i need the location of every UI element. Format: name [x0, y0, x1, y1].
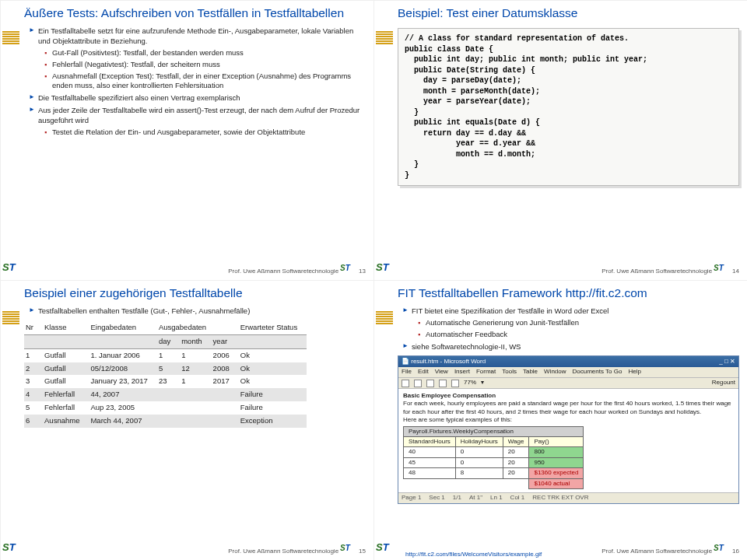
decoration-stripes: [376, 310, 393, 325]
slide-3: Beispiel einer zugehörigen Testfalltabel…: [0, 280, 374, 560]
toolbar-icon[interactable]: [414, 380, 422, 387]
slide-number: 16: [732, 548, 739, 555]
status-segment: REC TRK EXT OVR: [532, 494, 588, 502]
slide-number: 14: [732, 268, 739, 275]
menu-item[interactable]: Documents To Go: [573, 368, 622, 376]
table-row: 5FehlerfallAup 23, 2005Failure: [24, 401, 307, 415]
slide-footer: Prof. Uwe Aßmann Softwaretechnologie ST …: [601, 544, 739, 558]
slide-footer: Prof. Uwe Aßmann Softwaretechnologie ST …: [601, 264, 739, 278]
table-row: 1Gutfall1. Januar 2006112006Ok: [24, 348, 307, 362]
word-document-body: Basic Employee Compensation For each wee…: [398, 389, 738, 492]
st-logo: ST: [376, 261, 401, 278]
status-segment: Col 1: [510, 494, 525, 502]
bullet: FIT bietet eine Spezifikation der Testfä…: [402, 306, 739, 317]
bullet: Aus jeder Zeile der Testfalltabelle wird…: [29, 106, 366, 126]
slide-title: Beispiel einer zugehörigen Testfalltabel…: [24, 285, 366, 300]
slide-number: 13: [359, 268, 366, 275]
st-logo-small: ST: [714, 264, 731, 278]
toolbar-icon[interactable]: [426, 380, 434, 387]
status-segment: Sec 1: [429, 494, 444, 502]
toolbar-icon[interactable]: [402, 380, 409, 387]
word-doc-icon: 📄: [402, 358, 409, 365]
status-segment: 1/1: [453, 494, 461, 502]
table-row: 6AusnahmeMarch 44, 2007Exception: [24, 415, 307, 428]
bullet: Testet die Relation der Ein- und Ausgabe…: [44, 128, 366, 138]
st-logo-small: ST: [714, 544, 731, 558]
table-row: 48820$1360 expected: [404, 468, 584, 478]
zoom-field[interactable]: 77%: [464, 379, 476, 387]
table-row: $1040 actual: [404, 478, 584, 488]
decoration-stripes: [376, 30, 393, 45]
bullet: Automatische Generierung von Junit-Testf…: [418, 318, 739, 328]
menu-item[interactable]: Window: [544, 368, 566, 376]
status-segment: Ln 1: [490, 494, 503, 502]
toolbar-icon[interactable]: [439, 380, 447, 387]
table-row: 2Gutfall05/12/20085122008Ok: [24, 362, 307, 376]
status-segment: At 1": [469, 494, 482, 502]
code-block: // A class for standard representation o…: [398, 28, 739, 186]
word-menubar[interactable]: FileEditViewInsertFormatToolsTableWindow…: [398, 367, 738, 378]
bullet: Ein Testfalltabelle setzt für eine aufzu…: [29, 26, 366, 47]
menu-item[interactable]: View: [435, 368, 448, 376]
menu-item[interactable]: Insert: [454, 368, 470, 376]
slide-2: Beispiel: Test einer Datumsklasse // A c…: [374, 0, 747, 280]
bullet: Gut-Fall (Positivtest): Testfall, der be…: [44, 48, 366, 58]
menu-item[interactable]: File: [402, 368, 412, 376]
fit-table: Payroll.Fixtures.WeeklyCompensation Stan…: [403, 426, 584, 489]
st-logo: ST: [376, 541, 401, 558]
menu-item[interactable]: Format: [476, 368, 496, 376]
slide-1: Äußere Tests: Aufschreiben von Testfälle…: [0, 0, 374, 280]
decoration-stripes: [2, 310, 19, 325]
bullet: siehe Softwaretechnologie-II, WS: [402, 342, 739, 352]
menu-item[interactable]: Table: [523, 368, 538, 376]
st-logo-small: ST: [340, 264, 357, 278]
testcase-table: Nr Klasse Eingabedaten Ausgabedaten Erwa…: [24, 321, 307, 428]
st-logo: ST: [2, 261, 27, 278]
st-logo-small: ST: [340, 544, 357, 558]
menu-item[interactable]: Edit: [418, 368, 429, 376]
toolbar-icon[interactable]: [451, 380, 459, 387]
window-controls[interactable]: _ □ ✕: [719, 358, 735, 366]
bullet: Testfalltabellen enthalten Testfälle (Gu…: [29, 306, 366, 317]
slide-title: Äußere Tests: Aufschreiben von Testfälle…: [24, 5, 366, 20]
word-titlebar[interactable]: 📄 result.htm - Microsoft Word _ □ ✕: [398, 356, 738, 368]
slide-4: FIT Testfalltabellen Framework http://fi…: [374, 280, 747, 560]
bullet: Fehlerfall (Negativtest): Testfall, der …: [44, 60, 366, 70]
word-window: 📄 result.htm - Microsoft Word _ □ ✕ File…: [398, 355, 739, 504]
table-row: 4Fehlerfall44, 2007Failure: [24, 388, 307, 401]
table-row: 45020950: [404, 457, 584, 467]
menu-item[interactable]: Tools: [502, 368, 517, 376]
bullet: Automatischer Feedback: [418, 330, 739, 340]
word-toolbar[interactable]: 77% ▾ Regount: [398, 378, 738, 389]
slide-title: Beispiel: Test einer Datumsklasse: [398, 5, 739, 20]
table-row: 40020800: [404, 447, 584, 457]
decoration-stripes: [2, 30, 19, 45]
st-logo: ST: [2, 541, 27, 558]
bullet: Die Testfalltabelle spezifiziert also ei…: [29, 93, 366, 103]
slide-footer: Prof. Uwe Aßmann Softwaretechnologie ST …: [228, 264, 366, 278]
slide-title: FIT Testfalltabellen Framework http://fi…: [398, 285, 739, 300]
menu-item[interactable]: Help: [628, 368, 640, 376]
image-source-link[interactable]: http://fit.c2.com/files/WelcomeVisitors/…: [405, 551, 542, 558]
status-segment: Page 1: [402, 494, 421, 502]
bullet: Ausnahmefall (Exception Test): Testfall,…: [44, 72, 366, 92]
slide-number: 15: [359, 548, 366, 555]
slide-footer: Prof. Uwe Aßmann Softwaretechnologie ST …: [228, 544, 366, 558]
word-statusbar: Page 1Sec 11/1At 1"Ln 1Col 1REC TRK EXT …: [398, 492, 738, 503]
table-row: 3GutfallJanuary 23, 20172312017Ok: [24, 375, 307, 388]
